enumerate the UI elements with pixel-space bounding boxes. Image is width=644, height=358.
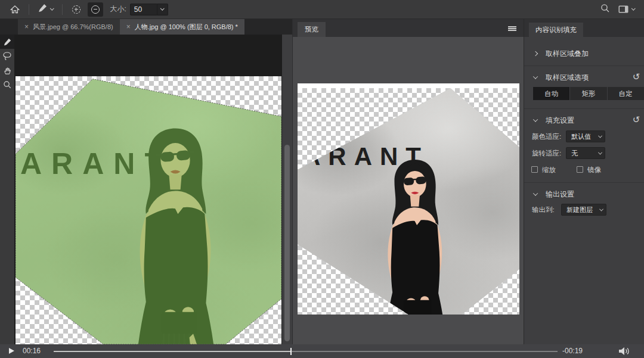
mirror-label: 镜像: [587, 166, 601, 175]
chevron-down-icon: [599, 207, 603, 211]
sampling-options-segment: 自动 矩形 自定: [533, 87, 644, 100]
dropdown-value: 默认值: [571, 132, 591, 141]
chevron-down-icon: [533, 191, 538, 195]
output-to-dropdown[interactable]: 新建图层: [561, 204, 606, 216]
working-canvas[interactable]: ARANT: [14, 35, 282, 344]
chevron-down-icon: [598, 151, 602, 155]
sampling-area-overlay: [16, 76, 281, 344]
workspace-switcher-icon[interactable]: [618, 5, 635, 13]
lasso-tool[interactable]: [0, 49, 14, 63]
toolbar-separator: [29, 4, 29, 15]
custom-button[interactable]: 自定: [608, 87, 644, 100]
rotation-adaptation-dropdown[interactable]: 无: [566, 147, 605, 159]
reset-icon[interactable]: ↺: [631, 71, 642, 82]
color-adaptation-dropdown[interactable]: 默认值: [566, 130, 605, 142]
section-divider: [524, 66, 644, 66]
section-sampling-options[interactable]: 取样区域选项 ↺: [524, 70, 644, 85]
preview-image: ARANT: [298, 88, 519, 315]
chevron-down-icon: [598, 134, 602, 138]
preview-tab[interactable]: 预览: [298, 22, 326, 37]
chevron-down-icon: [50, 7, 54, 10]
section-sampling-overlay[interactable]: 取样区域叠加: [524, 46, 644, 61]
scale-checkbox[interactable]: [531, 166, 538, 173]
chevron-down-icon: [533, 117, 538, 122]
elapsed-time: 00:16: [23, 344, 41, 358]
close-icon[interactable]: ×: [126, 23, 131, 30]
rotated-photo: ARANT: [16, 76, 281, 344]
canvas-vertical-scrollbar[interactable]: [282, 35, 292, 344]
home-icon[interactable]: [7, 2, 23, 17]
playhead[interactable]: [290, 348, 292, 355]
play-icon[interactable]: [9, 348, 14, 354]
sampling-brush-tool[interactable]: [0, 35, 14, 49]
section-divider: [524, 108, 644, 109]
woman-figure: [366, 154, 464, 315]
fill-settings-checkboxes: 缩放 镜像: [524, 163, 644, 176]
zoom-out-icon: [91, 5, 100, 14]
document-tab-landscape[interactable]: × 风景.jpeg @ 66.7%(RGB/8): [18, 19, 120, 35]
chevron-down-icon: [160, 7, 164, 10]
document-tab-portrait[interactable]: × 人物.jpg @ 100% (图层 0, RGB/8) *: [120, 19, 244, 35]
auto-button[interactable]: 自动: [533, 87, 569, 100]
rotated-photo: ARANT: [298, 88, 519, 315]
section-label: 取样区域选项: [546, 73, 589, 83]
scrollbar-thumb[interactable]: [284, 145, 290, 341]
section-label: 填充设置: [546, 116, 574, 126]
chevron-down-icon: [533, 74, 538, 79]
brush-size-dropdown[interactable]: [157, 4, 168, 15]
toolbar-separator: [62, 4, 63, 15]
mirror-checkbox[interactable]: [577, 166, 583, 173]
document-canvas[interactable]: ARANT: [16, 76, 281, 344]
caf-tool-strip: [0, 35, 14, 344]
document-tab-label: 人物.jpg @ 100% (图层 0, RGB/8) *: [135, 23, 238, 32]
dropdown-value: 无: [571, 149, 578, 158]
volume-icon[interactable]: [618, 347, 630, 358]
top-toolbar: 大小:: [0, 0, 644, 19]
zoom-in-icon: [72, 5, 80, 14]
reset-icon[interactable]: ↺: [631, 114, 642, 125]
seek-bar[interactable]: [54, 351, 558, 353]
close-icon[interactable]: ×: [24, 23, 29, 30]
chevron-right-icon: [533, 51, 538, 56]
brush-size-input[interactable]: [130, 4, 157, 15]
content-aware-fill-panel: 内容识别填充 取样区域叠加 取样区域选项 ↺ 自动 矩形 自定 填充设置 ↺ 颜…: [524, 19, 644, 344]
zoom-tool[interactable]: [0, 77, 14, 92]
video-player-bar: 00:16 -00:19: [0, 344, 644, 358]
preview-document: ARANT: [298, 83, 519, 315]
decrease-brush-size-button[interactable]: [88, 2, 103, 17]
brush-size-label: 大小:: [110, 4, 126, 14]
section-divider: [524, 182, 644, 183]
preview-panel: 预览 ARANT: [292, 19, 524, 344]
search-icon[interactable]: [600, 4, 610, 15]
chevron-down-icon: [631, 7, 635, 10]
color-adaptation-label: 颜色适应:: [532, 132, 561, 141]
increase-brush-size-button[interactable]: [69, 2, 84, 17]
brush-icon: [38, 3, 48, 15]
rotation-adaptation-label: 旋转适应:: [532, 149, 561, 158]
output-to-label: 输出到:: [532, 206, 555, 214]
seek-bar-played: [54, 351, 290, 353]
preview-tab-strip: [293, 19, 524, 37]
dropdown-value: 新建图层: [566, 206, 593, 214]
panel-title: 内容识别填充: [535, 26, 577, 35]
document-tab-label: 风景.jpeg @ 66.7%(RGB/8): [33, 23, 113, 32]
section-fill-settings[interactable]: 填充设置 ↺: [524, 113, 644, 127]
section-label: 输出设置: [546, 189, 574, 200]
panel-menu-icon[interactable]: [508, 26, 516, 31]
hand-tool[interactable]: [0, 63, 14, 77]
section-output-settings[interactable]: 输出设置: [524, 187, 644, 201]
rectangular-button[interactable]: 矩形: [570, 87, 606, 100]
panel-tab[interactable]: 内容识别填充: [529, 23, 583, 37]
preview-tab-label: 预览: [305, 25, 318, 34]
section-label: 取样区域叠加: [546, 49, 589, 59]
brush-tool-button[interactable]: [35, 2, 56, 17]
remaining-time: -00:19: [562, 344, 583, 358]
scale-label: 缩放: [542, 166, 556, 175]
